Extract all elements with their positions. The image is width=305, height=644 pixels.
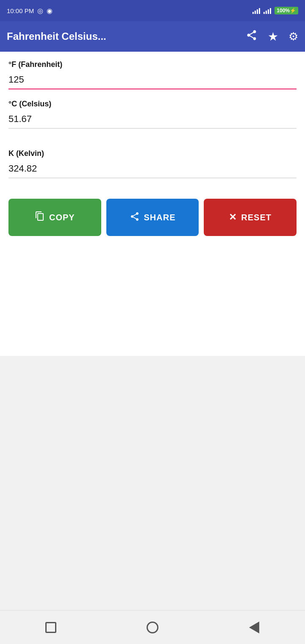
recent-apps-button[interactable] [40,617,61,638]
celsius-label: °C (Celsius) [8,100,297,108]
celsius-output [8,112,297,129]
fahrenheit-section: °F (Fahrenheit) [8,60,297,89]
kelvin-label: K (Kelvin) [8,149,297,158]
kelvin-output-wrapper [8,161,297,189]
bottom-nav [0,610,305,644]
fahrenheit-input[interactable] [8,72,297,89]
status-bar-left: 10:00 PM ◎ ◉ [7,7,53,15]
reset-label: RESET [241,213,272,222]
location-icon: ◎ [37,7,43,15]
share-button[interactable]: SHARE [106,199,199,236]
back-button[interactable] [244,617,265,638]
settings-icon[interactable]: ⚙ [288,30,298,43]
share-icon[interactable] [246,29,258,44]
app-bar: Fahrenheit Celsius... ★ ⚙ [0,21,305,52]
time-display: 10:00 PM [7,7,34,14]
reset-icon: ✕ [229,212,237,223]
signal-bars-1 [252,7,260,14]
favorite-icon[interactable]: ★ [268,30,278,44]
kelvin-output [8,161,297,178]
fahrenheit-input-wrapper [8,72,297,89]
data-icon: ◉ [47,7,53,15]
empty-area [0,356,305,610]
action-buttons-row: COPY SHARE ✕ RESET [8,199,297,244]
battery-indicator: 100%⚡ [274,7,298,14]
back-icon [249,622,259,633]
copy-button[interactable]: COPY [8,199,101,236]
app-bar-actions: ★ ⚙ [246,29,298,44]
home-button[interactable] [142,617,163,638]
kelvin-section: K (Kelvin) [8,149,297,189]
fahrenheit-label: °F (Fahrenheit) [8,60,297,69]
signal-bars-2 [263,7,271,14]
home-icon [147,622,158,633]
copy-icon [35,211,45,224]
share-label: SHARE [144,213,176,222]
copy-label: COPY [49,213,75,222]
status-bar: 10:00 PM ◎ ◉ 100%⚡ [0,0,305,21]
recent-apps-icon [45,622,56,633]
share-btn-icon [130,211,140,224]
reset-button[interactable]: ✕ RESET [204,199,297,236]
celsius-section: °C (Celsius) [8,100,297,139]
celsius-output-wrapper [8,112,297,139]
app-title: Fahrenheit Celsius... [7,31,246,42]
status-bar-right: 100%⚡ [252,7,298,14]
main-content: °F (Fahrenheit) °C (Celsius) K (Kelvin) … [0,52,305,356]
